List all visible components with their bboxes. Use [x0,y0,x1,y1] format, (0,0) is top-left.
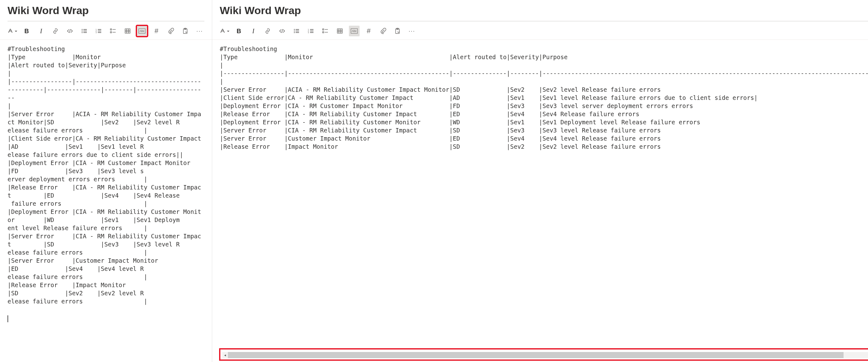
svg-text:3: 3 [96,32,97,34]
svg-rect-32 [310,29,313,30]
svg-rect-34 [310,32,313,33]
bold-button[interactable]: B [21,26,32,36]
svg-rect-33 [310,31,313,31]
code-button[interactable] [277,26,287,36]
table-button[interactable] [122,26,133,36]
more-button[interactable]: ··· [407,26,417,36]
scroll-thumb[interactable] [228,352,843,358]
svg-rect-4 [83,31,87,31]
editor-pane-left: Wiki Word Wrap B I 123 Abc # ··· #Troubl… [0,0,212,362]
svg-rect-3 [83,29,87,30]
table-button[interactable] [335,26,345,36]
svg-rect-9 [98,29,101,30]
svg-point-1 [82,31,83,32]
svg-rect-36 [322,32,324,33]
more-button[interactable]: ··· [194,26,205,36]
format-dropdown[interactable] [7,26,18,36]
paste-button[interactable] [392,26,403,36]
svg-rect-10 [98,31,101,31]
svg-rect-13 [110,32,112,33]
scroll-left-arrow[interactable]: ◂ [222,353,228,357]
page-title[interactable]: Wiki Word Wrap [220,4,868,17]
bullet-list-button[interactable] [291,26,302,36]
word-wrap-button[interactable]: Abc [349,26,360,36]
svg-point-0 [82,29,83,30]
toolbar: B I 123 Abc # ··· [0,24,212,40]
number-list-button[interactable]: 123 [306,26,316,36]
editor-content-nowrap[interactable]: #Troubleshooting |Type |Monitor |Alert r… [212,40,868,362]
svg-point-24 [294,31,295,32]
checklist-button[interactable] [108,26,119,36]
italic-button[interactable]: I [248,26,258,36]
page-title[interactable]: Wiki Word Wrap [7,4,205,17]
bullet-list-button[interactable] [79,26,90,36]
number-list-button[interactable]: 123 [93,26,104,36]
svg-rect-5 [83,32,87,33]
editor-content-wrapped[interactable]: #Troubleshooting |Type |Monitor |Alert r… [0,40,212,362]
markdown-text: #Troubleshooting |Type |Monitor |Alert r… [7,45,205,305]
attach-button[interactable] [165,26,176,36]
markdown-text: #Troubleshooting |Type |Monitor |Alert r… [220,45,868,151]
link-button[interactable] [50,26,61,36]
scrollbar-highlight: ◂ ▸ [219,348,868,361]
toolbar: B I 123 Abc # ··· [212,24,868,40]
svg-rect-27 [296,31,299,31]
svg-rect-28 [296,32,299,33]
text-cursor [7,315,8,322]
link-button[interactable] [262,26,273,36]
editor-pane-right: Wiki Word Wrap B I 123 Abc # ··· #Troubl… [212,0,868,362]
svg-rect-12 [110,29,112,30]
svg-rect-16 [125,29,130,33]
format-dropdown[interactable] [219,26,230,36]
mention-button[interactable]: # [363,26,374,36]
scroll-track[interactable] [228,352,868,358]
svg-rect-11 [98,32,101,33]
svg-text:3: 3 [308,32,309,34]
italic-button[interactable]: I [36,26,46,36]
svg-point-25 [294,32,295,33]
bold-button[interactable]: B [234,26,244,36]
svg-point-23 [294,29,295,30]
word-wrap-button[interactable]: Abc [137,26,147,36]
svg-rect-39 [337,29,342,33]
svg-rect-26 [296,29,299,30]
mention-button[interactable]: # [151,26,162,36]
horizontal-scrollbar[interactable]: ◂ ▸ [222,352,868,358]
checklist-button[interactable] [320,26,331,36]
code-button[interactable] [65,26,75,36]
svg-point-2 [82,32,83,33]
svg-rect-35 [322,29,324,30]
paste-button[interactable] [180,26,191,36]
attach-button[interactable] [378,26,389,36]
